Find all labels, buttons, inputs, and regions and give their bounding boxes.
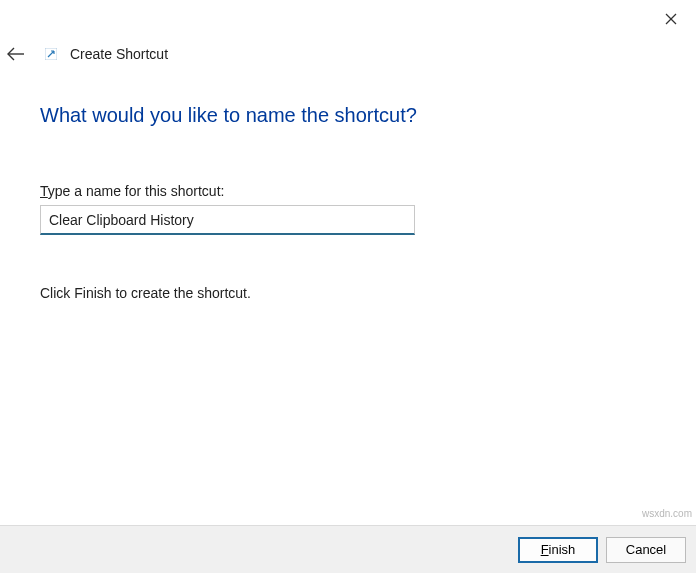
content-area: What would you like to name the shortcut… <box>40 104 656 301</box>
cancel-button[interactable]: Cancel <box>606 537 686 563</box>
finish-button[interactable]: Finish <box>518 537 598 563</box>
back-arrow-icon <box>6 47 26 61</box>
close-icon <box>665 13 677 25</box>
label-rest: ype a name for this shortcut: <box>48 183 225 199</box>
close-button[interactable] <box>658 6 684 32</box>
mnemonic-char: T <box>40 183 48 199</box>
shortcut-name-input[interactable] <box>40 205 415 235</box>
finish-label-rest: inish <box>549 542 576 557</box>
shortcut-icon <box>44 47 58 61</box>
watermark: wsxdn.com <box>642 508 692 519</box>
header: Create Shortcut <box>4 42 168 66</box>
page-heading: What would you like to name the shortcut… <box>40 104 656 127</box>
mnemonic-char: F <box>541 542 549 557</box>
window-title: Create Shortcut <box>70 46 168 62</box>
footer: Finish Cancel <box>0 525 696 573</box>
name-field-label: Type a name for this shortcut: <box>40 183 656 199</box>
finish-instruction: Click Finish to create the shortcut. <box>40 285 656 301</box>
back-button[interactable] <box>4 42 28 66</box>
